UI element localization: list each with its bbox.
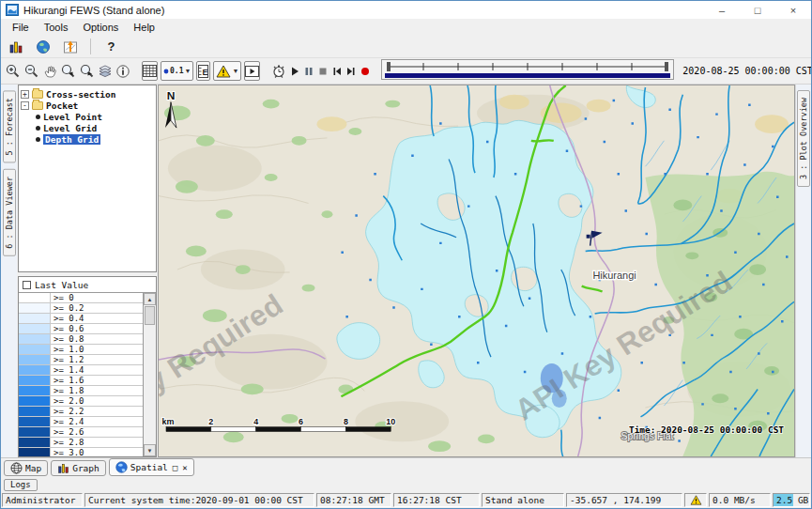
tab-plot-overview[interactable]: 3 : Plot Overview <box>797 90 810 187</box>
wire-globe-icon <box>10 462 23 474</box>
close-button[interactable]: × <box>775 1 811 19</box>
tree-item-cross-section[interactable]: + Cross-section <box>19 88 156 100</box>
tab-forecast[interactable]: 5 : Forecast <box>3 90 16 162</box>
tab-close-icon[interactable]: ✕ <box>182 463 187 472</box>
legend-row[interactable]: >= 3.0 <box>19 448 143 456</box>
legend-color-swatch <box>19 365 51 375</box>
legend-threshold-label: >= 1.0 <box>51 345 84 354</box>
legend-row[interactable]: >= 0.4 <box>19 314 143 324</box>
scroll-up-icon[interactable]: ▲ <box>144 293 156 305</box>
scroll-down-icon[interactable]: ▼ <box>144 444 156 456</box>
legend-row[interactable]: >= 2.8 <box>19 438 143 448</box>
tree-item-level-point[interactable]: Level Point <box>19 111 156 122</box>
zoom-previous-icon <box>60 63 76 79</box>
legend-row[interactable]: >= 0.2 <box>19 303 143 314</box>
zoom-previous-button[interactable] <box>60 61 76 81</box>
tree-item-pocket[interactable]: - Pocket <box>19 100 156 111</box>
legend-threshold-label: >= 1.4 <box>51 365 84 375</box>
legend-color-swatch <box>19 438 51 447</box>
zoom-next-button[interactable] <box>79 61 95 81</box>
tree-item-label[interactable]: Pocket <box>46 100 78 111</box>
timeseries-dialog-button[interactable] <box>60 37 80 56</box>
legend-row[interactable]: >= 1.0 <box>19 345 143 355</box>
status-mode: Stand alone <box>482 493 564 507</box>
info-button[interactable] <box>115 61 130 81</box>
database-viewer-button[interactable] <box>6 37 25 56</box>
legend-threshold-label: >= 2.0 <box>51 396 84 406</box>
skip-end-icon <box>345 66 357 77</box>
time-slider[interactable] <box>381 59 674 84</box>
legend-row[interactable]: >= 2.6 <box>19 427 143 438</box>
legend-threshold-label: >= 2.6 <box>51 427 84 437</box>
zoom-in-button[interactable] <box>5 61 21 81</box>
grid-toggle-button[interactable] <box>142 61 158 81</box>
tree-item-label[interactable]: Cross-section <box>46 89 115 100</box>
status-warning[interactable] <box>684 493 707 507</box>
legend-scrollbar[interactable]: ▲ ▼ <box>143 293 156 456</box>
skip-to-start-button[interactable] <box>331 61 343 81</box>
legend-row[interactable]: >= 1.8 <box>19 386 143 396</box>
scale-bar-toggle-button[interactable]: E <box>196 61 210 81</box>
tree-item-depth-grid[interactable]: Depth Grid <box>19 133 156 145</box>
tab-data-viewer[interactable]: 6 : Data Viewer <box>3 169 16 256</box>
legend-row[interactable]: >= 1.2 <box>19 355 143 365</box>
zoom-out-button[interactable] <box>23 61 39 81</box>
legend-row[interactable]: >= 1.6 <box>19 376 143 386</box>
legend-header: Last Value <box>19 277 156 293</box>
play-button[interactable] <box>289 61 300 81</box>
contour-threshold-dropdown[interactable]: 0.1 ▼ <box>161 61 193 81</box>
map-display-button[interactable] <box>33 37 53 56</box>
layers-icon <box>98 64 113 79</box>
menu-file[interactable]: File <box>5 22 37 33</box>
record-button[interactable] <box>360 61 371 81</box>
collapse-icon[interactable]: - <box>21 101 29 110</box>
skip-to-end-button[interactable] <box>345 61 357 81</box>
logs-button[interactable]: Logs <box>4 479 38 491</box>
place-label-hikurangi: Hikurangi <box>592 270 636 281</box>
legend-row[interactable]: >= 0.6 <box>19 324 143 334</box>
expand-icon[interactable]: + <box>21 90 29 99</box>
svg-text:4: 4 <box>253 417 258 426</box>
minimize-button[interactable]: – <box>704 1 740 19</box>
legend-threshold-label: >= 0.2 <box>51 303 84 313</box>
thresholds-dropdown[interactable]: ▼ <box>213 61 241 81</box>
pan-button[interactable] <box>42 61 57 81</box>
tab-map[interactable]: Map <box>4 460 48 476</box>
last-value-checkbox[interactable] <box>23 281 31 289</box>
legend-color-swatch <box>19 417 51 426</box>
status-gmt-time: 08:27:18 GMT <box>316 493 391 507</box>
legend-row[interactable]: >= 0 <box>19 293 143 303</box>
chevron-down-icon: ▼ <box>184 68 191 74</box>
scroll-thumb[interactable] <box>145 306 155 325</box>
animation-dialog-button[interactable] <box>244 61 260 81</box>
layers-button[interactable] <box>98 61 113 81</box>
legend-row[interactable]: >= 2.0 <box>19 396 143 407</box>
tree-item-level-grid[interactable]: Level Grid <box>19 122 156 133</box>
time-slider-date: 2020-08-25 00:00:00 CST <box>682 66 812 76</box>
help-button[interactable]: ? <box>101 37 121 56</box>
map-canvas[interactable]: API Key Required API Key Required Hikura… <box>159 85 794 456</box>
main-toolbar: ? <box>1 36 811 57</box>
tab-maximize-icon[interactable]: □ <box>173 463 177 472</box>
stop-button[interactable] <box>317 61 329 81</box>
tree-item-label-selected[interactable]: Depth Grid <box>43 134 100 145</box>
filter-tree: + Cross-section - Pocket Level Point Lev… <box>18 85 157 272</box>
tab-spatial[interactable]: Spatial □ ✕ <box>109 458 194 476</box>
menu-options[interactable]: Options <box>75 22 126 33</box>
map-viewport[interactable]: API Key Required API Key Required Hikura… <box>158 85 795 457</box>
tree-item-label[interactable]: Level Grid <box>43 123 97 133</box>
menu-help[interactable]: Help <box>126 22 162 33</box>
legend-row[interactable]: >= 1.4 <box>19 365 143 376</box>
tree-item-label[interactable]: Level Point <box>43 112 102 122</box>
legend-color-swatch <box>19 314 51 323</box>
tab-graph[interactable]: Graph <box>51 460 106 476</box>
time-slider-track <box>381 59 674 80</box>
maximize-button[interactable]: □ <box>740 1 775 19</box>
legend-row[interactable]: >= 2.2 <box>19 407 143 417</box>
legend-row[interactable]: >= 0.8 <box>19 334 143 345</box>
bullet-icon <box>36 115 40 119</box>
time-settings-button[interactable] <box>271 61 286 81</box>
pause-button[interactable] <box>303 61 314 81</box>
menu-tools[interactable]: Tools <box>37 22 76 33</box>
legend-row[interactable]: >= 2.4 <box>19 417 143 427</box>
